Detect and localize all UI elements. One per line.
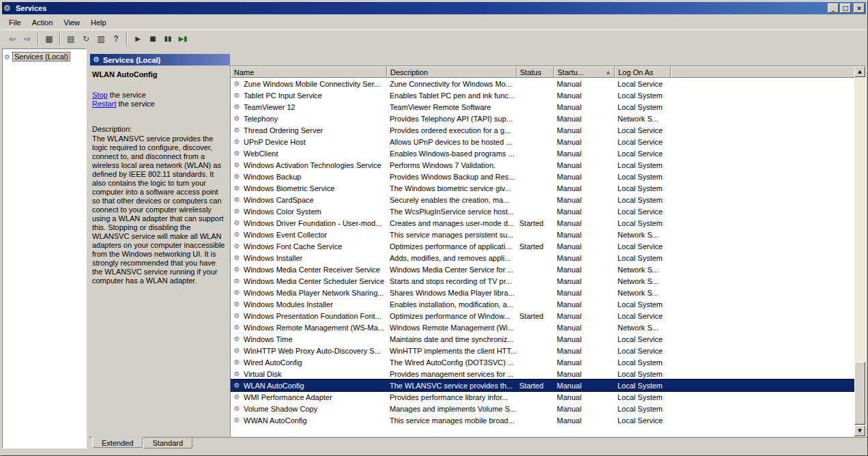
table-row[interactable]: ⚙ Virtual Disk Provides management servi…: [231, 368, 854, 380]
table-row[interactable]: ⚙ Volume Shadow Copy Manages and impleme…: [231, 403, 854, 414]
tree-item-services-local[interactable]: ⚙ Services (Local): [4, 52, 85, 61]
close-button[interactable]: ×: [854, 3, 865, 13]
table-row[interactable]: ⚙ Windows Media Center Scheduler Service…: [231, 275, 854, 287]
stop-service-icon[interactable]: ■: [145, 32, 160, 46]
table-row[interactable]: ⚙ Windows Modules Installer Enables inst…: [231, 298, 854, 310]
forward-icon[interactable]: ⇨: [20, 32, 35, 46]
service-gear-icon: ⚙: [232, 335, 242, 343]
console-tree-panel: ⚙ Services (Local): [2, 48, 87, 448]
menubar: File Action View Help: [2, 15, 866, 29]
table-row[interactable]: ⚙ Windows Media Center Receiver Service …: [231, 263, 854, 275]
table-row[interactable]: ⚙ Windows Biometric Service The Windows …: [231, 182, 854, 194]
menu-view[interactable]: View: [58, 17, 85, 28]
column-header-status[interactable]: Status: [517, 66, 554, 78]
refresh-icon[interactable]: ↻: [78, 32, 93, 46]
pause-service-icon[interactable]: ▮▮: [160, 32, 175, 46]
table-row[interactable]: ⚙ TeamViewer 12 TeamViewer Remote Softwa…: [231, 101, 854, 113]
service-gear-icon: ⚙: [232, 393, 242, 401]
service-gear-icon: ⚙: [232, 149, 242, 157]
table-row[interactable]: ⚙ Windows Installer Adds, modifies, and …: [231, 252, 854, 263]
column-header-startup-type[interactable]: Startu... ▲: [554, 66, 615, 78]
services-table: Name Description Status Startu... ▲ Log …: [230, 66, 866, 437]
toolbar-separator: [59, 33, 61, 45]
minimize-button[interactable]: _: [828, 3, 839, 13]
toolbar-separator: [126, 33, 128, 45]
service-gear-icon: ⚙: [232, 266, 242, 273]
table-row[interactable]: ⚙ Windows Presentation Foundation Font..…: [231, 310, 854, 322]
restart-service-icon[interactable]: ▶▮: [175, 32, 190, 46]
service-gear-icon: ⚙: [232, 277, 242, 285]
service-gear-icon: ⚙: [232, 231, 242, 238]
table-row[interactable]: ⚙ Telephony Provides Telephony API (TAPI…: [231, 113, 854, 124]
table-row[interactable]: ⚙ WinHTTP Web Proxy Auto-Discovery S... …: [231, 345, 854, 356]
table-row[interactable]: ⚙ WWAN AutoConfig This service manages m…: [231, 414, 854, 426]
stop-link-suffix: the service: [108, 91, 146, 99]
tab-standard[interactable]: Standard: [143, 438, 192, 448]
menu-file[interactable]: File: [3, 17, 27, 28]
service-gear-icon: ⚙: [232, 242, 242, 250]
service-gear-icon: ⚙: [232, 219, 242, 227]
table-row[interactable]: ⚙ WMI Performance Adapter Provides perfo…: [231, 391, 854, 403]
service-gear-icon: ⚙: [232, 196, 242, 203]
table-row[interactable]: ⚙ Windows Media Player Network Sharing..…: [231, 287, 854, 298]
restart-service-link[interactable]: Restart: [92, 100, 116, 108]
details-pane: ⚙ Services (Local) WLAN AutoConfig Stop …: [89, 48, 867, 448]
table-row[interactable]: ⚙ Tablet PC Input Service Enables Tablet…: [231, 89, 854, 101]
titlebar[interactable]: ⚙ Services _ □ ×: [2, 2, 866, 14]
services-window: ⚙ Services _ □ × File Action View Help ⇦…: [0, 0, 868, 456]
scroll-down-icon[interactable]: ▼: [854, 425, 865, 436]
stop-service-link[interactable]: Stop: [92, 91, 108, 99]
back-icon[interactable]: ⇦: [5, 32, 20, 46]
service-action-links: Stop the service Restart the service: [92, 91, 155, 109]
selected-service-title: WLAN AutoConfig: [92, 70, 158, 79]
tab-extended[interactable]: Extended: [92, 437, 143, 448]
service-gear-icon: ⚙: [232, 126, 242, 134]
service-gear-icon: ⚙: [232, 370, 242, 377]
table-row[interactable]: ⚙ Windows Color System The WcsPlugInServ…: [231, 205, 854, 217]
table-row[interactable]: ⚙ WLAN AutoConfig The WLANSVC service pr…: [231, 380, 854, 391]
table-row[interactable]: ⚙ Windows Time Maintains date and time s…: [231, 333, 854, 345]
services-node-icon: ⚙: [4, 53, 10, 61]
column-header-description[interactable]: Description: [387, 66, 517, 78]
service-gear-icon: ⚙: [232, 103, 242, 111]
service-gear-icon: ⚙: [232, 161, 242, 169]
toolbar-separator: [38, 33, 39, 45]
table-row[interactable]: ⚙ Thread Ordering Server Provides ordere…: [231, 124, 854, 136]
properties-icon[interactable]: ▤: [63, 32, 78, 46]
scroll-thumb[interactable]: [854, 362, 865, 425]
menu-action[interactable]: Action: [27, 17, 59, 28]
column-header-log-on-as[interactable]: Log On As: [615, 66, 671, 78]
table-row[interactable]: ⚙ Windows Driver Foundation - User-mod..…: [231, 217, 854, 229]
table-row[interactable]: ⚙ Windows Font Cache Service Optimizes p…: [231, 240, 854, 252]
scroll-up-icon[interactable]: ▲: [854, 66, 865, 77]
table-row[interactable]: ⚙ Wired AutoConfig The Wired AutoConfig …: [231, 356, 854, 368]
table-row[interactable]: ⚙ Windows CardSpace Securely enables the…: [231, 194, 854, 205]
tree-item-label: Services (Local): [12, 52, 70, 61]
table-row[interactable]: ⚙ WebClient Enables Windows-based progra…: [231, 147, 854, 159]
export-list-icon[interactable]: ▥: [93, 32, 108, 46]
show-console-tree-icon[interactable]: ▦: [42, 32, 57, 46]
service-gear-icon: ⚙: [232, 138, 242, 145]
extended-panel-title: Services (Local): [103, 56, 160, 64]
service-gear-icon: ⚙: [232, 115, 242, 122]
table-row[interactable]: ⚙ Windows Event Collector This service m…: [231, 229, 854, 240]
services-app-icon: ⚙: [3, 3, 14, 13]
service-gear-icon: ⚙: [232, 254, 242, 261]
help-icon[interactable]: ?: [108, 32, 124, 46]
maximize-button[interactable]: □: [840, 3, 851, 13]
service-gear-icon: ⚙: [232, 312, 242, 319]
table-row[interactable]: ⚙ Windows Remote Management (WS-Ma... Wi…: [231, 322, 854, 333]
menu-help[interactable]: Help: [85, 17, 112, 28]
table-row[interactable]: ⚙ UPnP Device Host Allows UPnP devices t…: [231, 136, 854, 147]
service-gear-icon: ⚙: [232, 289, 242, 296]
service-gear-icon: ⚙: [232, 382, 242, 389]
table-row[interactable]: ⚙ Zune Windows Mobile Connectivity Ser..…: [231, 78, 854, 89]
window-title: Services: [16, 4, 828, 12]
vertical-scrollbar[interactable]: ▲ ▼: [854, 66, 865, 436]
start-service-icon[interactable]: ▶: [130, 32, 145, 46]
table-row[interactable]: ⚙ Windows Activation Technologies Servic…: [231, 159, 854, 171]
sort-ascending-icon: ▲: [607, 70, 611, 75]
table-row[interactable]: ⚙ Windows Backup Provides Windows Backup…: [231, 171, 854, 182]
column-header-name[interactable]: Name: [231, 66, 387, 78]
service-gear-icon: ⚙: [232, 184, 242, 192]
